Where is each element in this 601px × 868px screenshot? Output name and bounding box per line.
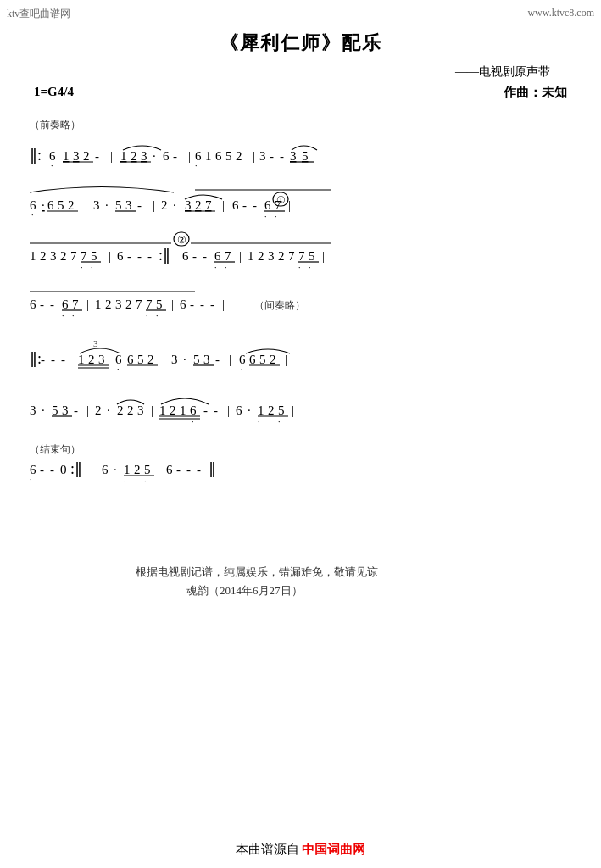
svg-text:-: - [192, 249, 197, 263]
svg-text:6: 6 [182, 249, 189, 263]
svg-text:2: 2 [270, 353, 276, 366]
svg-text:2: 2 [131, 149, 137, 163]
top-left-logo: ktv查吧曲谱网 [7, 7, 70, 21]
svg-text:|: | [222, 298, 225, 311]
svg-text:-: - [270, 149, 274, 163]
svg-text:·: · [107, 403, 110, 417]
svg-text:·: · [91, 263, 93, 272]
svg-text:3: 3 [98, 353, 105, 366]
svg-text:|: | [158, 463, 160, 476]
svg-text:7: 7 [205, 198, 212, 212]
svg-text:·: · [298, 263, 301, 272]
svg-text:-: - [197, 463, 201, 476]
svg-text:0: 0 [60, 463, 67, 476]
svg-text:5: 5 [302, 149, 309, 163]
svg-text:1: 1 [78, 353, 85, 366]
svg-text:·: · [72, 311, 75, 320]
svg-text:2: 2 [258, 249, 264, 263]
svg-text:7: 7 [146, 298, 153, 311]
svg-text:3: 3 [30, 403, 36, 417]
svg-text:·: · [30, 475, 32, 484]
bottom-brand-label: 中国词曲网 [302, 843, 365, 856]
svg-text:|: | [110, 149, 113, 163]
svg-text:3: 3 [259, 149, 266, 163]
svg-text:·: · [258, 417, 260, 426]
svg-text:|: | [288, 198, 291, 212]
svg-text:1: 1 [120, 149, 127, 163]
svg-text::‖: :‖ [70, 460, 82, 477]
svg-text:-: - [61, 353, 65, 366]
svg-text:7: 7 [298, 249, 305, 263]
svg-text:2: 2 [278, 249, 285, 263]
svg-text:7: 7 [288, 249, 295, 263]
top-right-logo: www.ktvc8.com [527, 7, 594, 19]
svg-text:·: · [195, 161, 198, 170]
svg-text:1: 1 [30, 249, 36, 263]
svg-text:3: 3 [268, 249, 275, 263]
svg-text:3: 3 [290, 149, 297, 163]
main-title: 《犀利仁师》配乐 [0, 31, 601, 56]
svg-text:2: 2 [161, 198, 168, 212]
svg-text:|: | [188, 149, 191, 163]
svg-text:2: 2 [88, 353, 95, 366]
svg-text:2: 2 [127, 403, 134, 417]
svg-text:-: - [186, 463, 191, 476]
svg-text:-: - [215, 353, 220, 366]
svg-text:·: · [144, 476, 147, 486]
svg-text:·: · [124, 476, 126, 486]
bottom-bar: 本曲谱源自 中国词曲网 [0, 842, 601, 858]
svg-text:3: 3 [50, 249, 57, 263]
svg-text:|: | [109, 249, 111, 263]
svg-text:·: · [183, 353, 186, 366]
svg-text:·: · [146, 311, 148, 320]
svg-text:2: 2 [268, 403, 275, 417]
svg-text:·: · [117, 364, 120, 374]
svg-text:·: · [153, 149, 156, 163]
svg-text:6: 6 [117, 249, 124, 263]
svg-text:·  ·: · · [30, 460, 36, 470]
svg-text:·: · [241, 364, 243, 374]
svg-text:-: - [40, 298, 44, 311]
svg-text:·: · [192, 417, 194, 426]
svg-text:3: 3 [62, 403, 69, 417]
svg-text:②: ② [177, 234, 186, 246]
svg-text:·: · [81, 263, 83, 272]
svg-text:（前奏略）: （前奏略） [30, 119, 81, 131]
svg-text:|: | [227, 403, 230, 417]
svg-text:·: · [309, 263, 311, 272]
svg-text::‖: :‖ [159, 247, 170, 264]
svg-text:-: - [40, 463, 44, 476]
svg-text:2: 2 [195, 198, 202, 212]
svg-text:·: · [278, 417, 281, 426]
svg-text:2: 2 [83, 149, 90, 163]
svg-text:（间奏略）: （间奏略） [254, 299, 305, 311]
svg-text:-: - [147, 249, 152, 263]
svg-text:-: - [95, 149, 99, 163]
svg-text:|: | [86, 298, 89, 311]
svg-text:2: 2 [147, 353, 154, 366]
svg-text:·: · [173, 198, 176, 212]
svg-text:5: 5 [156, 298, 163, 311]
svg-text:7: 7 [72, 298, 79, 311]
svg-text:|: | [163, 353, 165, 366]
svg-text:7: 7 [225, 249, 231, 263]
svg-text:‖: ‖ [209, 460, 216, 477]
svg-text:-: - [50, 463, 54, 476]
svg-text:·: · [248, 403, 251, 417]
svg-text:根据电视剧记谱，纯属娱乐，错漏难免，敬请见谅: 根据电视剧记谱，纯属娱乐，错漏难免，敬请见谅 [136, 565, 378, 578]
svg-text:6: 6 [214, 249, 221, 263]
svg-text:6: 6 [47, 198, 54, 212]
svg-text:·: · [264, 212, 267, 221]
svg-text:·: · [105, 198, 109, 212]
svg-text:2: 2 [236, 149, 242, 163]
svg-text:3: 3 [93, 198, 100, 212]
svg-text:-: - [137, 198, 142, 212]
svg-text:-: - [176, 463, 181, 476]
svg-text:-: - [242, 198, 247, 212]
svg-text:-: - [50, 298, 54, 311]
svg-text:5: 5 [115, 198, 122, 212]
svg-text:-: - [173, 149, 177, 163]
svg-text:6: 6 [215, 149, 222, 163]
svg-text:5: 5 [278, 403, 285, 417]
svg-text:3: 3 [137, 403, 144, 417]
